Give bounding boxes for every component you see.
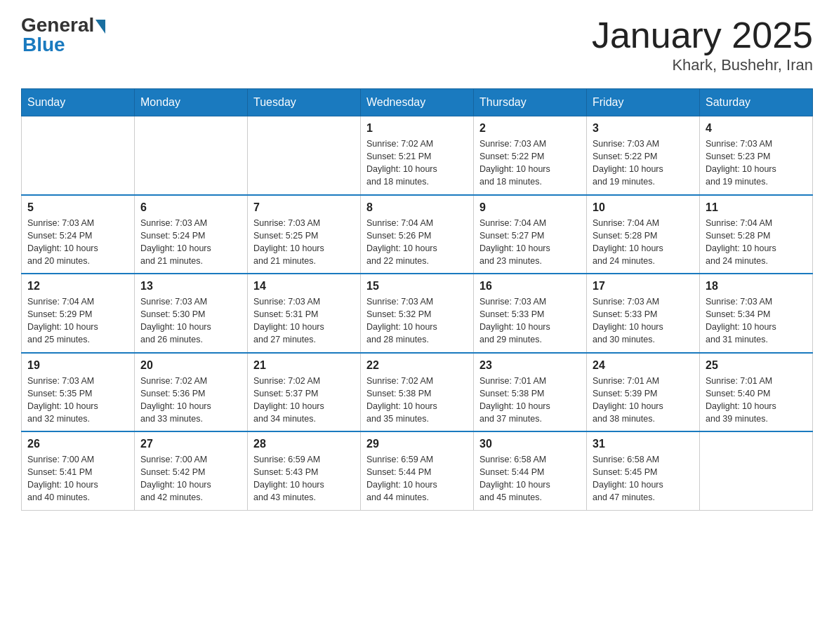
day-info: Sunrise: 7:03 AMSunset: 5:24 PMDaylight:… bbox=[140, 217, 241, 268]
day-cell: 26Sunrise: 7:00 AMSunset: 5:41 PMDayligh… bbox=[22, 431, 135, 510]
day-number: 4 bbox=[706, 122, 807, 135]
week-row-4: 19Sunrise: 7:03 AMSunset: 5:35 PMDayligh… bbox=[22, 353, 813, 432]
day-number: 14 bbox=[253, 280, 355, 293]
logo-arrow-icon bbox=[95, 20, 105, 34]
day-info: Sunrise: 7:04 AMSunset: 5:26 PMDaylight:… bbox=[366, 217, 468, 268]
day-number: 21 bbox=[253, 359, 355, 372]
day-info: Sunrise: 7:03 AMSunset: 5:30 PMDaylight:… bbox=[140, 295, 241, 347]
day-cell: 18Sunrise: 7:03 AMSunset: 5:34 PMDayligh… bbox=[700, 274, 813, 353]
day-cell: 16Sunrise: 7:03 AMSunset: 5:33 PMDayligh… bbox=[474, 274, 587, 353]
day-info: Sunrise: 7:04 AMSunset: 5:28 PMDaylight:… bbox=[706, 217, 807, 268]
logo-blue-text: Blue bbox=[22, 34, 65, 56]
day-cell: 11Sunrise: 7:04 AMSunset: 5:28 PMDayligh… bbox=[700, 195, 813, 274]
day-number: 20 bbox=[140, 359, 241, 372]
weekday-header-tuesday: Tuesday bbox=[248, 89, 361, 116]
day-info: Sunrise: 6:59 AMSunset: 5:43 PMDaylight:… bbox=[253, 453, 355, 504]
weekday-header-sunday: Sunday bbox=[22, 89, 135, 116]
day-cell: 29Sunrise: 6:59 AMSunset: 5:44 PMDayligh… bbox=[361, 431, 474, 510]
weekday-header-saturday: Saturday bbox=[700, 89, 813, 116]
week-row-5: 26Sunrise: 7:00 AMSunset: 5:41 PMDayligh… bbox=[22, 431, 813, 510]
day-number: 5 bbox=[27, 201, 128, 214]
week-row-1: 1Sunrise: 7:02 AMSunset: 5:21 PMDaylight… bbox=[22, 116, 813, 195]
day-info: Sunrise: 7:00 AMSunset: 5:41 PMDaylight:… bbox=[27, 453, 128, 504]
day-number: 6 bbox=[140, 201, 241, 214]
day-number: 31 bbox=[593, 438, 694, 450]
day-number: 29 bbox=[366, 438, 468, 450]
day-cell: 7Sunrise: 7:03 AMSunset: 5:25 PMDaylight… bbox=[248, 195, 361, 274]
calendar-subtitle: Khark, Bushehr, Iran bbox=[592, 56, 813, 74]
day-number: 12 bbox=[27, 280, 128, 293]
day-info: Sunrise: 7:03 AMSunset: 5:24 PMDaylight:… bbox=[27, 217, 128, 268]
day-number: 3 bbox=[593, 122, 694, 135]
day-number: 24 bbox=[593, 359, 694, 372]
day-cell: 13Sunrise: 7:03 AMSunset: 5:30 PMDayligh… bbox=[135, 274, 248, 353]
day-cell bbox=[135, 116, 248, 195]
day-number: 15 bbox=[366, 280, 468, 293]
day-info: Sunrise: 7:02 AMSunset: 5:36 PMDaylight:… bbox=[140, 375, 241, 426]
calendar-table: SundayMondayTuesdayWednesdayThursdayFrid… bbox=[21, 88, 813, 511]
day-info: Sunrise: 7:03 AMSunset: 5:34 PMDaylight:… bbox=[706, 295, 807, 347]
title-section: January 2025 Khark, Bushehr, Iran bbox=[592, 14, 813, 74]
day-cell: 6Sunrise: 7:03 AMSunset: 5:24 PMDaylight… bbox=[135, 195, 248, 274]
day-cell: 17Sunrise: 7:03 AMSunset: 5:33 PMDayligh… bbox=[587, 274, 700, 353]
day-cell: 4Sunrise: 7:03 AMSunset: 5:23 PMDaylight… bbox=[700, 116, 813, 195]
day-number: 17 bbox=[593, 280, 694, 293]
day-number: 28 bbox=[253, 438, 355, 450]
day-cell: 9Sunrise: 7:04 AMSunset: 5:27 PMDaylight… bbox=[474, 195, 587, 274]
day-cell: 31Sunrise: 6:58 AMSunset: 5:45 PMDayligh… bbox=[587, 431, 700, 510]
day-info: Sunrise: 7:03 AMSunset: 5:22 PMDaylight:… bbox=[593, 137, 694, 189]
day-number: 10 bbox=[593, 201, 694, 214]
day-number: 27 bbox=[140, 438, 241, 450]
day-cell: 24Sunrise: 7:01 AMSunset: 5:39 PMDayligh… bbox=[587, 353, 700, 432]
day-cell: 30Sunrise: 6:58 AMSunset: 5:44 PMDayligh… bbox=[474, 431, 587, 510]
week-row-2: 5Sunrise: 7:03 AMSunset: 5:24 PMDaylight… bbox=[22, 195, 813, 274]
day-cell: 23Sunrise: 7:01 AMSunset: 5:38 PMDayligh… bbox=[474, 353, 587, 432]
weekday-header-row: SundayMondayTuesdayWednesdayThursdayFrid… bbox=[22, 89, 813, 116]
day-info: Sunrise: 7:03 AMSunset: 5:25 PMDaylight:… bbox=[253, 217, 355, 268]
page-header: General Blue January 2025 Khark, Bushehr… bbox=[21, 14, 813, 74]
day-number: 1 bbox=[366, 122, 468, 135]
day-cell: 15Sunrise: 7:03 AMSunset: 5:32 PMDayligh… bbox=[361, 274, 474, 353]
calendar-title: January 2025 bbox=[592, 14, 813, 56]
day-cell: 25Sunrise: 7:01 AMSunset: 5:40 PMDayligh… bbox=[700, 353, 813, 432]
day-info: Sunrise: 7:04 AMSunset: 5:28 PMDaylight:… bbox=[593, 217, 694, 268]
day-info: Sunrise: 7:02 AMSunset: 5:21 PMDaylight:… bbox=[366, 137, 468, 189]
day-cell: 2Sunrise: 7:03 AMSunset: 5:22 PMDaylight… bbox=[474, 116, 587, 195]
day-info: Sunrise: 7:04 AMSunset: 5:29 PMDaylight:… bbox=[27, 295, 128, 347]
day-cell: 20Sunrise: 7:02 AMSunset: 5:36 PMDayligh… bbox=[135, 353, 248, 432]
day-cell: 1Sunrise: 7:02 AMSunset: 5:21 PMDaylight… bbox=[361, 116, 474, 195]
day-cell: 5Sunrise: 7:03 AMSunset: 5:24 PMDaylight… bbox=[22, 195, 135, 274]
day-info: Sunrise: 7:03 AMSunset: 5:23 PMDaylight:… bbox=[706, 137, 807, 189]
day-cell: 21Sunrise: 7:02 AMSunset: 5:37 PMDayligh… bbox=[248, 353, 361, 432]
day-number: 2 bbox=[479, 122, 581, 135]
day-info: Sunrise: 7:04 AMSunset: 5:27 PMDaylight:… bbox=[479, 217, 581, 268]
day-number: 16 bbox=[479, 280, 581, 293]
day-cell: 14Sunrise: 7:03 AMSunset: 5:31 PMDayligh… bbox=[248, 274, 361, 353]
week-row-3: 12Sunrise: 7:04 AMSunset: 5:29 PMDayligh… bbox=[22, 274, 813, 353]
day-cell: 10Sunrise: 7:04 AMSunset: 5:28 PMDayligh… bbox=[587, 195, 700, 274]
weekday-header-wednesday: Wednesday bbox=[361, 89, 474, 116]
day-info: Sunrise: 7:02 AMSunset: 5:38 PMDaylight:… bbox=[366, 375, 468, 426]
day-info: Sunrise: 7:00 AMSunset: 5:42 PMDaylight:… bbox=[140, 453, 241, 504]
day-cell: 22Sunrise: 7:02 AMSunset: 5:38 PMDayligh… bbox=[361, 353, 474, 432]
day-number: 11 bbox=[706, 201, 807, 214]
day-number: 18 bbox=[706, 280, 807, 293]
day-info: Sunrise: 6:58 AMSunset: 5:45 PMDaylight:… bbox=[593, 453, 694, 504]
day-cell: 19Sunrise: 7:03 AMSunset: 5:35 PMDayligh… bbox=[22, 353, 135, 432]
day-number: 30 bbox=[479, 438, 581, 450]
day-info: Sunrise: 7:03 AMSunset: 5:35 PMDaylight:… bbox=[27, 375, 128, 426]
day-info: Sunrise: 7:03 AMSunset: 5:32 PMDaylight:… bbox=[366, 295, 468, 347]
day-number: 13 bbox=[140, 280, 241, 293]
day-info: Sunrise: 6:59 AMSunset: 5:44 PMDaylight:… bbox=[366, 453, 468, 504]
day-info: Sunrise: 7:03 AMSunset: 5:22 PMDaylight:… bbox=[479, 137, 581, 189]
day-number: 19 bbox=[27, 359, 128, 372]
logo: General Blue bbox=[21, 14, 105, 56]
day-info: Sunrise: 7:01 AMSunset: 5:39 PMDaylight:… bbox=[593, 375, 694, 426]
day-info: Sunrise: 7:03 AMSunset: 5:33 PMDaylight:… bbox=[593, 295, 694, 347]
day-cell bbox=[700, 431, 813, 510]
day-cell: 3Sunrise: 7:03 AMSunset: 5:22 PMDaylight… bbox=[587, 116, 700, 195]
day-info: Sunrise: 7:03 AMSunset: 5:31 PMDaylight:… bbox=[253, 295, 355, 347]
day-number: 23 bbox=[479, 359, 581, 372]
day-number: 22 bbox=[366, 359, 468, 372]
day-info: Sunrise: 7:01 AMSunset: 5:38 PMDaylight:… bbox=[479, 375, 581, 426]
